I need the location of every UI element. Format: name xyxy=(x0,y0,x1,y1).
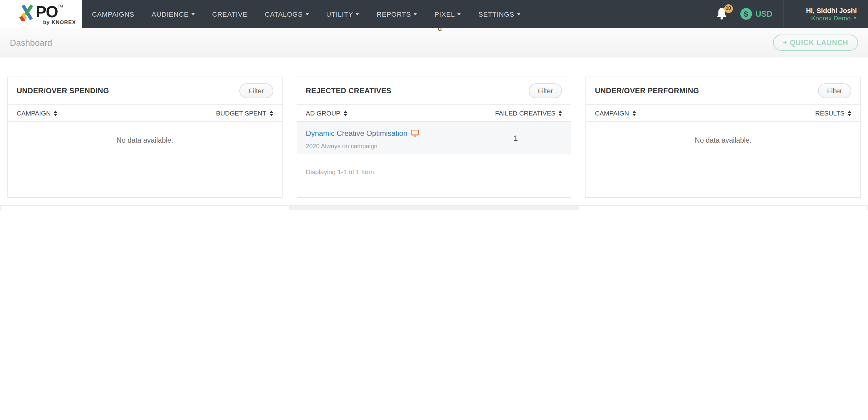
tab-creatives[interactable]: Creatives 1 adgroup selected xyxy=(579,206,868,210)
logo-trademark: TM xyxy=(58,4,63,8)
clipped-scrolled-content: g xyxy=(421,28,458,31)
page-title: Dashboard xyxy=(10,37,52,47)
sort-header-results[interactable]: RESULTS xyxy=(815,109,851,117)
nav-divider xyxy=(783,0,784,28)
chevron-down-icon xyxy=(191,13,195,15)
sort-header-ad-group[interactable]: AD GROUP xyxy=(306,109,347,117)
chevron-down-icon xyxy=(458,13,461,15)
panel-title: REJECTED CREATIVES xyxy=(306,86,392,95)
chevron-down-icon xyxy=(305,13,309,15)
page-header: Dashboard + QUICK LAUNCH xyxy=(0,28,868,57)
filter-button[interactable]: Filter xyxy=(529,83,562,98)
sort-header-campaign[interactable]: CAMPAIGN xyxy=(595,109,636,117)
sort-icon xyxy=(54,110,57,116)
nav-item-utility[interactable]: UTILITY xyxy=(326,10,359,18)
panel-title: UNDER/OVER SPENDING xyxy=(17,86,109,95)
sort-icon xyxy=(269,110,273,116)
failed-creatives-count: 1 xyxy=(514,134,562,143)
nav-item-settings[interactable]: SETTINGS xyxy=(478,10,520,18)
sort-header-budget-spent[interactable]: BUDGET SPENT xyxy=(216,109,273,117)
notifications-button[interactable]: 10 xyxy=(715,6,729,21)
user-greeting: Hi, Siddhi Joshi xyxy=(806,6,857,14)
dollar-icon: $ xyxy=(740,8,752,20)
rejected-creative-row: Dynamic Creative Optimisation 2020 Alway… xyxy=(297,122,571,155)
quick-launch-button[interactable]: + QUICK LAUNCH xyxy=(773,34,858,50)
notification-badge: 10 xyxy=(724,4,733,13)
sort-icon xyxy=(848,110,851,116)
filter-button[interactable]: Filter xyxy=(818,83,851,98)
chevron-down-icon xyxy=(355,13,359,15)
tab-ad-groups[interactable]: Ad Groups 1 adgroup selected xyxy=(290,206,579,210)
sort-icon xyxy=(343,110,347,116)
currency-label: USD xyxy=(755,9,772,19)
user-menu[interactable]: Hi, Siddhi Joshi Knorex Demo xyxy=(795,6,862,21)
filter-button[interactable]: Filter xyxy=(239,83,273,98)
top-nav: XPO PO TM by KNOREX CAMPAIGNS AUDIENCE C… xyxy=(0,0,868,28)
display-icon xyxy=(411,130,419,137)
panel-under-over-performing: UNDER/OVER PERFORMING Filter CAMPAIGN RE… xyxy=(586,77,861,198)
nav-item-catalogs[interactable]: CATALOGS xyxy=(265,10,309,18)
sort-icon xyxy=(559,110,562,116)
currency-selector[interactable]: $ USD xyxy=(740,8,772,20)
chevron-down-icon xyxy=(517,13,520,15)
sort-header-campaign[interactable]: CAMPAIGN xyxy=(17,109,57,117)
nav-menu: CAMPAIGNS AUDIENCE CREATIVE CATALOGS UTI… xyxy=(92,0,520,28)
panel-under-over-spending: UNDER/OVER SPENDING Filter CAMPAIGN BUDG… xyxy=(7,77,282,198)
ad-group-link[interactable]: Dynamic Creative Optimisation xyxy=(306,129,419,138)
panel-title: UNDER/OVER PERFORMING xyxy=(595,86,699,95)
logo-po: PO xyxy=(36,4,58,20)
nav-item-creative[interactable]: CREATIVE xyxy=(212,10,248,18)
tab-campaigns[interactable]: Campaigns xyxy=(0,206,290,210)
panel-rejected-creatives: REJECTED CREATIVES Filter AD GROUP FAILE… xyxy=(297,77,571,198)
account-switcher[interactable]: Knorex Demo xyxy=(811,14,857,21)
entity-tabs: Campaigns Ad Groups 1 adgroup selected C… xyxy=(0,205,868,210)
sort-header-failed-creatives[interactable]: FAILED CREATIVES xyxy=(495,109,562,117)
nav-item-pixel[interactable]: PIXEL xyxy=(435,10,461,18)
empty-state-text: No data available. xyxy=(8,137,282,144)
empty-state-text: No data available. xyxy=(586,137,860,144)
nav-item-campaigns[interactable]: CAMPAIGNS xyxy=(92,10,134,18)
chevron-down-icon xyxy=(853,17,857,19)
logo-byline: by KNOREX xyxy=(43,19,76,25)
pagination-text: Displaying 1-1 of 1 Item. xyxy=(297,168,571,175)
xpo-logo[interactable]: XPO PO TM by KNOREX xyxy=(0,0,82,28)
sort-icon xyxy=(632,110,636,116)
nav-item-audience[interactable]: AUDIENCE xyxy=(152,10,195,18)
summary-panels: UNDER/OVER SPENDING Filter CAMPAIGN BUDG… xyxy=(0,77,868,198)
xpo-x-mark-icon xyxy=(19,4,35,21)
nav-right: 10 $ USD Hi, Siddhi Joshi Knorex Demo xyxy=(715,0,868,28)
nav-item-reports[interactable]: REPORTS xyxy=(377,10,417,18)
xpo-dashboard: XPO PO TM by KNOREX CAMPAIGNS AUDIENCE C… xyxy=(0,0,868,210)
chevron-down-icon xyxy=(414,13,417,15)
campaign-subtitle: 2020 Always on campaign xyxy=(306,143,514,149)
